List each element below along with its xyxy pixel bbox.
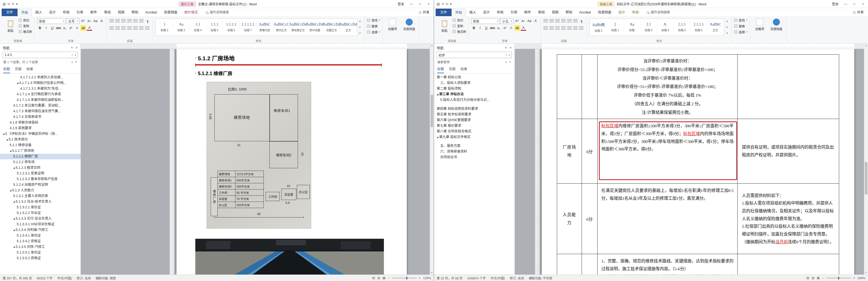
read-mode-icon[interactable]: ▤ <box>806 276 809 280</box>
nav-heading-item[interactable]: 5.1.2.3.1 变更证明 <box>0 171 81 176</box>
numbering-icon[interactable] <box>549 19 554 23</box>
ribbon-tab[interactable]: 图片格式 <box>181 9 201 16</box>
shrink-font-icon[interactable]: A˅ <box>521 18 526 24</box>
nav-heading-item[interactable]: 5.1.3 人员能力 <box>0 187 81 193</box>
align-center-icon[interactable] <box>549 26 554 30</box>
text-effects-icon[interactable]: A <box>508 25 514 31</box>
ribbon-tab[interactable]: 视图 <box>114 9 128 16</box>
copy-button[interactable]: 复制 <box>19 23 32 28</box>
style-card[interactable]: AaBbCcDd 正文 <box>340 20 357 35</box>
ribbon-tab[interactable]: 开始 <box>452 9 466 16</box>
track-changes-indicator[interactable]: 修订: 关闭 <box>510 276 524 280</box>
ribbon-tab[interactable]: 文件 <box>436 9 452 16</box>
style-card[interactable]: AaBbC 正文 <box>707 20 724 35</box>
style-card[interactable]: 1.1.1.1.1 标题 7 <box>240 20 256 35</box>
font-color-icon[interactable]: A <box>521 25 526 31</box>
clear-format-icon[interactable]: A <box>533 18 538 24</box>
decrease-indent-icon[interactable] <box>127 19 132 23</box>
align-left-icon[interactable] <box>110 26 114 30</box>
style-card[interactable]: 1.1.1 标题 5 <box>206 20 223 35</box>
ribbon-tab[interactable]: Acrobat <box>576 9 594 16</box>
redo-icon[interactable]: ↻ <box>11 2 14 6</box>
bullets-icon[interactable] <box>544 19 548 23</box>
maximize-button[interactable]: □ <box>416 1 424 7</box>
gallery-up-icon[interactable]: ▲ <box>359 20 361 22</box>
underline-button[interactable]: U <box>50 25 55 31</box>
nav-heading-item[interactable]: 5.1.2.4 出租房产权证明 <box>0 182 81 187</box>
format-painter-button[interactable]: 格式刷 <box>19 29 32 34</box>
zoom-slider[interactable] <box>392 278 416 278</box>
justify-icon[interactable] <box>127 26 132 30</box>
style-card[interactable]: 2.1.1.1 标题 6 <box>690 20 707 35</box>
zoom-in-icon[interactable]: + <box>853 276 855 280</box>
redo-icon[interactable]: ↻ <box>445 2 448 6</box>
nav-next-result-icon[interactable]: ▼ <box>509 61 511 63</box>
ribbon-tab[interactable]: 百度网盘 <box>594 9 615 16</box>
font-size-select[interactable]: 五号▾ <box>66 18 80 24</box>
style-card[interactable]: 2.1.1 标题 5 <box>674 20 690 35</box>
qat-dropdown-icon[interactable]: ▾ <box>450 2 452 6</box>
style-card[interactable]: AaBbCcDd 出图正文 <box>323 20 340 35</box>
nav-heading-item[interactable]: 5.1.2.3 租赁合同 <box>0 165 81 171</box>
style-card[interactable]: 2 标题 1 <box>607 20 624 35</box>
decrease-indent-icon[interactable] <box>561 19 566 23</box>
style-card[interactable]: 1.1 标题 4 <box>190 20 206 35</box>
find-button[interactable]: 查找▾ <box>734 17 747 23</box>
nav-search-input[interactable]: 初步 × ▾ <box>437 52 512 58</box>
gallery-more-icon[interactable]: ▼ <box>726 32 728 34</box>
scrollbar-thumb[interactable] <box>431 95 433 127</box>
ribbon-tab[interactable]: 插入 <box>466 9 479 16</box>
horizontal-ruler[interactable] <box>515 44 864 49</box>
clear-format-icon[interactable]: A <box>99 18 104 24</box>
signin-button[interactable]: 登录 <box>832 2 838 6</box>
accessibility-indicator[interactable]: 辅助功能: 不可用 <box>529 276 552 280</box>
nav-heading-item[interactable]: 4.1.7.1.2.1 未被列入失信被... <box>0 75 81 80</box>
nav-heading-item[interactable]: 4.1.7.1.4 无行贿犯罪行为承诺 <box>0 92 81 97</box>
ribbon-tab[interactable]: 设计 <box>45 9 59 16</box>
nav-heading-item[interactable]: 第五章 技术标准和要求 <box>434 112 515 117</box>
ribbon-tab[interactable]: 布局 <box>628 9 642 16</box>
superscript-button[interactable]: x² <box>68 25 73 31</box>
ribbon-tab[interactable]: 邮件 <box>521 9 534 16</box>
style-card[interactable]: Aa 标题 3 <box>173 20 190 35</box>
gallery-down-icon[interactable]: ▼ <box>359 26 361 29</box>
document-scrollbar[interactable]: ▲ ▼ <box>430 44 434 275</box>
style-card[interactable]: AaBbCcDd 表中出图 <box>307 20 323 35</box>
select-button[interactable]: 选择▾ <box>367 29 380 34</box>
paste-button[interactable]: 粘贴 <box>438 17 451 34</box>
sort-icon[interactable] <box>573 19 578 23</box>
font-size-select[interactable]: 小五▾ <box>500 18 514 24</box>
shading-icon[interactable] <box>139 26 144 30</box>
document-page[interactable]: 当评审价≥评审基准价时：评审价得分=55-|评审价-评审基准价|/评审基准价×1… <box>542 49 854 275</box>
nav-heading-item[interactable]: 5.1.2.3.2 基本存款账户信息 <box>0 176 81 182</box>
save-icon[interactable]: ▤ <box>3 2 6 6</box>
word-count[interactable]: 4/26874 个字 <box>467 276 486 280</box>
italic-button[interactable]: I <box>43 25 49 31</box>
ribbon-tab[interactable]: 插入 <box>32 9 45 16</box>
horizontal-ruler[interactable] <box>81 44 430 49</box>
copy-button[interactable]: 复制 <box>453 23 466 28</box>
baidu-netdisk-button[interactable]: 百度网盘 <box>402 19 416 31</box>
font-color-icon[interactable]: A <box>87 25 92 31</box>
nav-next-result-icon[interactable]: ▼ <box>75 61 77 63</box>
addins-button[interactable]: 加载项 <box>385 19 400 31</box>
nav-heading-item[interactable]: 第四章 招标说明及资料要求 <box>434 106 515 112</box>
language-indicator[interactable]: 中文(中国) <box>57 276 72 280</box>
multilevel-list-icon[interactable] <box>121 19 126 23</box>
nav-heading-item[interactable]: 4.1.7.1.3 中国执行信息公开网... <box>0 80 81 86</box>
align-right-icon[interactable] <box>555 26 560 30</box>
bold-button[interactable]: B <box>471 25 476 31</box>
line-spacing-icon[interactable] <box>133 26 138 30</box>
share-button[interactable]: 共享 <box>419 9 429 16</box>
grow-font-icon[interactable]: A^ <box>514 18 520 24</box>
font-family-select[interactable]: 宋体▾ <box>37 18 66 24</box>
nav-heading-item[interactable]: 4.1.7.4 合规承诺书 <box>0 114 81 120</box>
share-button[interactable]: 共享 <box>853 9 864 16</box>
nav-search-input[interactable]: 1.4.3 × ▾ <box>3 52 78 58</box>
ribbon-tab[interactable]: 帮助 <box>128 9 142 16</box>
style-card[interactable]: 1.1.1.1 标题 6 <box>223 20 240 35</box>
style-card[interactable]: 2.1 标题 3 <box>640 20 657 35</box>
gallery-up-icon[interactable]: ▲ <box>726 20 728 22</box>
align-right-icon[interactable] <box>121 26 126 30</box>
bullets-icon[interactable] <box>110 19 114 23</box>
